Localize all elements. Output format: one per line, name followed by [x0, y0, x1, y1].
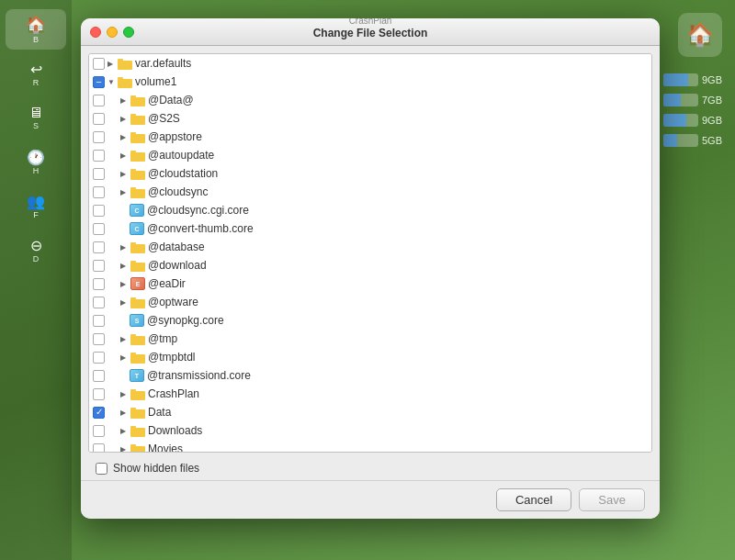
- item-label: @transmissiond.core: [147, 369, 251, 382]
- item-label: @tmp: [148, 332, 177, 345]
- triangle-expanded-icon[interactable]: ▼: [107, 78, 117, 86]
- triangle-icon[interactable]: ▶: [120, 151, 130, 160]
- storage-bar-3: [663, 134, 698, 147]
- folder-icon: [130, 113, 145, 125]
- tree-row[interactable]: ▶ E @eaDir: [89, 274, 651, 293]
- triangle-icon[interactable]: ▶: [120, 188, 130, 196]
- file-icon: S: [130, 314, 144, 327]
- checkbox[interactable]: [93, 113, 105, 125]
- triangle-icon[interactable]: ▶: [107, 60, 117, 68]
- checkbox[interactable]: [93, 205, 105, 217]
- item-label: @eaDir: [148, 277, 186, 290]
- svg-rect-30: [130, 408, 136, 410]
- checkbox[interactable]: [93, 425, 105, 437]
- item-label: Movies: [148, 442, 183, 453]
- tree-row[interactable]: − ▼ volume1: [89, 73, 651, 91]
- checkbox[interactable]: [93, 388, 105, 400]
- checkbox[interactable]: [93, 370, 105, 382]
- sidebar-item-backup[interactable]: 🏠 B: [6, 9, 66, 50]
- tree-row[interactable]: C @convert-thumb.core: [89, 219, 651, 238]
- triangle-icon[interactable]: ▶: [120, 353, 130, 362]
- item-label: @download: [148, 259, 207, 272]
- cancel-button[interactable]: Cancel: [496, 488, 571, 511]
- svg-rect-10: [130, 132, 136, 135]
- triangle-icon[interactable]: ▶: [120, 409, 130, 417]
- tree-row[interactable]: ▶ @Data@: [89, 91, 651, 109]
- tree-row[interactable]: ▶ var.defaults: [89, 54, 651, 73]
- tree-row[interactable]: ▶ @appstore: [89, 128, 651, 146]
- checkbox[interactable]: [93, 150, 105, 162]
- show-hidden-label: Show hidden files: [113, 462, 199, 475]
- checkbox[interactable]: [93, 278, 105, 290]
- file-tree-container[interactable]: ▶ var.defaults − ▼ volume1: [88, 53, 652, 453]
- sidebar-item-restore[interactable]: ↩ R: [6, 53, 66, 94]
- file-icon: C: [130, 222, 144, 235]
- tree-row[interactable]: ▶ @autoupdate: [89, 146, 651, 164]
- triangle-icon[interactable]: ▶: [120, 298, 130, 307]
- checkbox[interactable]: [93, 168, 105, 180]
- tree-row[interactable]: ▶ @cloudsync: [89, 183, 651, 201]
- triangle-icon[interactable]: ▶: [120, 427, 130, 435]
- triangle-icon[interactable]: ▶: [120, 133, 130, 141]
- show-hidden-checkbox[interactable]: [96, 463, 107, 475]
- triangle-icon[interactable]: ▶: [120, 335, 130, 343]
- triangle-icon[interactable]: ▶: [120, 280, 130, 288]
- storage-label-3: 5GB: [702, 135, 722, 146]
- tree-row[interactable]: ▶ CrashPlan: [89, 385, 651, 403]
- storage-label-0: 9GB: [702, 74, 722, 85]
- tree-row-downloads[interactable]: ▶ Downloads: [89, 421, 651, 440]
- tree-row[interactable]: ▶ Movies: [89, 440, 651, 453]
- checkbox[interactable]: [93, 95, 105, 106]
- checkbox-indeterminate[interactable]: −: [93, 76, 105, 88]
- save-button[interactable]: Save: [579, 488, 645, 511]
- tree-row[interactable]: S @synopkg.core: [89, 311, 651, 330]
- checkbox[interactable]: [93, 223, 105, 235]
- checkbox[interactable]: [93, 352, 105, 364]
- storage-item-3: 5GB: [663, 134, 722, 147]
- item-label: @optware: [148, 296, 198, 308]
- home-icon: 🏠: [26, 15, 46, 35]
- triangle-icon[interactable]: ▶: [120, 115, 130, 123]
- tree-row[interactable]: ▶ @download: [89, 256, 651, 274]
- svg-rect-29: [130, 409, 145, 419]
- checkbox[interactable]: [93, 315, 105, 327]
- triangle-icon[interactable]: ▶: [120, 96, 130, 105]
- checkbox[interactable]: [93, 297, 105, 308]
- tree-row[interactable]: ▶ @tmp: [89, 330, 651, 348]
- sidebar-label-restore: R: [33, 78, 40, 87]
- checkbox[interactable]: [93, 186, 105, 198]
- svg-rect-27: [130, 391, 145, 400]
- checkbox[interactable]: [93, 58, 105, 70]
- tree-row[interactable]: ▶ @tmpbtdl: [89, 348, 651, 366]
- sidebar-item-devices[interactable]: ⊖ D: [6, 230, 66, 270]
- triangle-icon[interactable]: ▶: [120, 170, 130, 178]
- checkbox[interactable]: [93, 333, 105, 345]
- sidebar-item-history[interactable]: 🕐 H: [6, 141, 66, 182]
- sidebar-item-sync[interactable]: 🖥 S: [6, 97, 66, 138]
- triangle-icon[interactable]: ▶: [120, 243, 130, 252]
- app-sidebar: 🏠 B ↩ R 🖥 S 🕐 H 👥 F ⊖ D: [0, 0, 72, 560]
- svg-rect-24: [130, 334, 136, 337]
- tree-row[interactable]: C @cloudsync.cgi.core: [89, 201, 651, 219]
- checkbox[interactable]: [93, 241, 105, 253]
- tree-row[interactable]: ▶ @cloudstation: [89, 164, 651, 183]
- svg-rect-2: [118, 59, 123, 62]
- triangle-icon[interactable]: ▶: [120, 445, 130, 454]
- checkbox[interactable]: [93, 131, 105, 143]
- svg-rect-20: [130, 261, 136, 263]
- checkbox[interactable]: [93, 260, 105, 272]
- svg-rect-7: [130, 116, 145, 125]
- tree-row[interactable]: ▶ @optware: [89, 293, 651, 311]
- tree-row[interactable]: T @transmissiond.core: [89, 366, 651, 385]
- triangle-icon[interactable]: ▶: [120, 390, 130, 398]
- storage-item-0: 9GB: [663, 73, 722, 86]
- sidebar-label-backup: B: [33, 35, 39, 44]
- triangle-icon[interactable]: ▶: [120, 262, 130, 270]
- checkbox-checked[interactable]: ✓: [93, 407, 105, 419]
- tree-row[interactable]: ✓ ▶ Data: [89, 403, 651, 421]
- tree-row[interactable]: ▶ @database: [89, 238, 651, 256]
- checkbox[interactable]: [93, 443, 105, 454]
- tree-row[interactable]: ▶ @S2S: [89, 109, 651, 128]
- svg-rect-11: [130, 152, 145, 162]
- sidebar-item-friends[interactable]: 👥 F: [6, 185, 66, 226]
